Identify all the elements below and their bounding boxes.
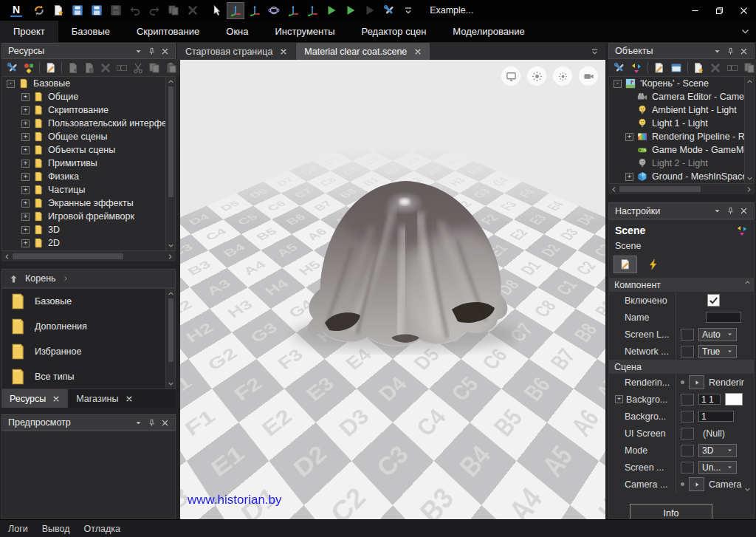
menu-item-Скриптование[interactable]: Скриптование: [123, 21, 213, 42]
tree-item[interactable]: +Игровой фреймворк: [2, 210, 175, 223]
scroll-left-icon[interactable]: [4, 253, 10, 260]
play-2-button[interactable]: [342, 2, 360, 19]
paste-button[interactable]: [164, 61, 178, 75]
scroll-up-icon[interactable]: [168, 290, 174, 297]
tab-close-icon[interactable]: [52, 395, 60, 403]
object-tree-item[interactable]: +Ground - MeshInSpace: [609, 170, 754, 183]
tree-item[interactable]: +Физика: [2, 170, 175, 183]
panel-menu-icon[interactable]: [134, 47, 142, 55]
save-resource-button[interactable]: [82, 61, 96, 75]
expander-icon[interactable]: +: [21, 199, 30, 208]
sun-button[interactable]: [527, 66, 546, 86]
checkbox[interactable]: [707, 294, 720, 307]
tree-item[interactable]: -Базовые: [2, 77, 175, 90]
undo-button[interactable]: [126, 2, 144, 19]
property-row[interactable]: Name: [609, 309, 754, 326]
camcorder-button[interactable]: [579, 66, 598, 86]
tree-item[interactable]: +3D: [2, 223, 175, 236]
scroll-down-icon[interactable]: [168, 242, 174, 249]
tree-item[interactable]: +2D: [2, 236, 175, 250]
menu-item-Редактор сцен[interactable]: Редактор сцен: [348, 21, 440, 42]
expander-icon[interactable]: +: [21, 173, 30, 181]
dropdown[interactable]: Auto: [698, 328, 737, 341]
pin-icon[interactable]: [726, 207, 735, 215]
panel-menu-icon[interactable]: [713, 47, 721, 55]
close-icon[interactable]: [740, 207, 748, 215]
expander-icon[interactable]: +: [21, 93, 30, 101]
menu-item-Моделирование[interactable]: Моделирование: [439, 21, 537, 42]
new-resource-button[interactable]: [49, 2, 67, 19]
menu-item-Проект[interactable]: Проект: [0, 21, 58, 42]
display-button[interactable]: [501, 66, 520, 86]
object-tree-item[interactable]: Light 1 - Light: [609, 117, 754, 130]
reset-button[interactable]: [681, 329, 694, 341]
objects-tree-hscrollbar[interactable]: [608, 184, 755, 194]
property-row[interactable]: Network ...True: [609, 343, 754, 360]
up-level-icon[interactable]: [9, 274, 18, 284]
property-row[interactable]: Camera ...Camera: [609, 476, 754, 493]
tools-button[interactable]: [380, 2, 398, 19]
duplicate-button[interactable]: [742, 61, 756, 75]
scroll-thumb[interactable]: [168, 86, 173, 197]
expander-icon[interactable]: -: [614, 80, 622, 88]
expander-icon[interactable]: +: [21, 226, 30, 234]
panel-menu-icon[interactable]: [713, 207, 721, 215]
expand-reference-button[interactable]: [689, 477, 704, 491]
dock-tab-Ресурсы[interactable]: Ресурсы: [1, 389, 68, 408]
scroll-down-icon[interactable]: [746, 175, 753, 182]
property-row[interactable]: Screen ...Un...: [609, 459, 754, 476]
delete-button[interactable]: [98, 61, 112, 75]
folder-item[interactable]: Избранное: [2, 339, 175, 364]
resources-tree-hscrollbar[interactable]: [1, 251, 176, 261]
expander-icon[interactable]: +: [625, 133, 633, 141]
pin-icon[interactable]: [148, 419, 156, 427]
scroll-up-icon[interactable]: [168, 78, 174, 85]
tree-item[interactable]: +Скриптование: [2, 103, 175, 117]
tools-button[interactable]: [5, 61, 19, 75]
tree-item[interactable]: +Частицы: [2, 183, 175, 196]
reset-button[interactable]: [681, 346, 694, 358]
save-copy-button[interactable]: [88, 2, 106, 19]
tab-close-icon[interactable]: [414, 48, 422, 55]
object-tree-item[interactable]: Camera Editor - Camera: [609, 90, 754, 103]
breadcrumb[interactable]: Корень: [1, 269, 176, 288]
property-row[interactable]: Включено: [609, 292, 754, 309]
object-tree-item[interactable]: Game Mode - GameMode: [609, 143, 754, 157]
save-button[interactable]: [69, 2, 86, 19]
tree-item[interactable]: +Пользовательский интерфейс: [2, 117, 175, 130]
scroll-down-icon[interactable]: [744, 486, 751, 493]
expander-icon[interactable]: +: [21, 106, 30, 114]
duplicate-button[interactable]: [165, 2, 182, 19]
dropdown[interactable]: True: [698, 345, 737, 358]
duplicate-button[interactable]: [148, 61, 162, 75]
transform-arrows-button[interactable]: [629, 61, 644, 75]
shapes-button[interactable]: [21, 61, 35, 75]
folder-list-vscrollbar[interactable]: [165, 289, 175, 389]
scroll-up-icon[interactable]: [744, 279, 751, 286]
scale-gizmo-button[interactable]: [284, 2, 302, 19]
color-swatch[interactable]: [725, 393, 743, 406]
expand-reference-button[interactable]: [689, 375, 704, 389]
resources-tree-vscrollbar[interactable]: [165, 77, 175, 250]
text-input[interactable]: 1: [698, 411, 734, 422]
color-value-input[interactable]: 1 1: [698, 394, 721, 405]
app-logo[interactable]: N: [10, 4, 22, 17]
document-tab[interactable]: Material clear coat.scene: [296, 43, 430, 60]
ribbon-collapse-button[interactable]: [740, 21, 750, 42]
expander-icon[interactable]: +: [21, 186, 30, 194]
cut-button[interactable]: [131, 61, 145, 75]
expander-icon[interactable]: +: [21, 133, 30, 141]
rename-button[interactable]: [115, 61, 129, 75]
close-icon[interactable]: [161, 419, 169, 427]
property-row[interactable]: Renderin...Renderir: [609, 374, 754, 391]
object-tree-item[interactable]: +Rendering Pipeline - Rer: [609, 130, 754, 143]
tree-item[interactable]: +Объекты сцены: [2, 143, 175, 157]
scroll-right-icon[interactable]: [167, 253, 173, 260]
pin-icon[interactable]: [726, 47, 735, 55]
scroll-up-icon[interactable]: [746, 78, 753, 85]
panel-menu-icon[interactable]: [134, 419, 142, 427]
sun-2-button[interactable]: [553, 66, 572, 86]
edit-button[interactable]: [652, 61, 667, 75]
transform-gizmo-button[interactable]: [303, 2, 321, 19]
cloth-draped-object[interactable]: [282, 165, 518, 357]
